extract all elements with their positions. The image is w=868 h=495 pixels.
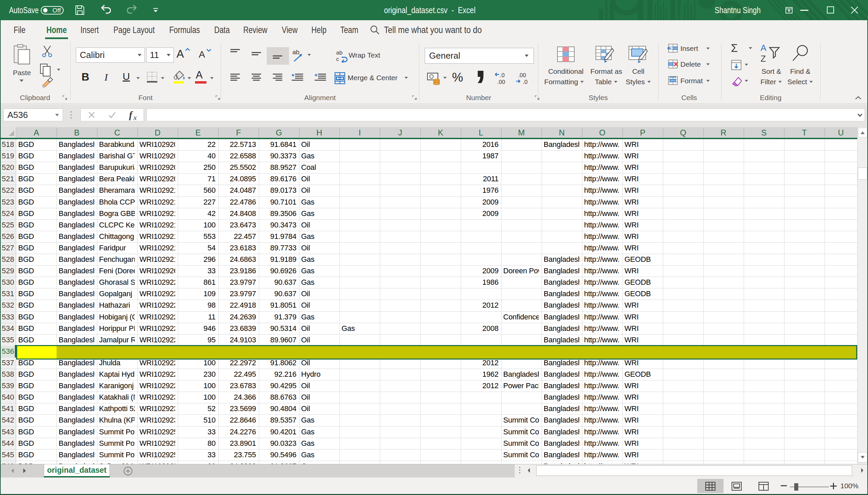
svg-text:Z: Z: [761, 54, 766, 63]
svg-text:c: c: [336, 56, 339, 62]
svg-text:,: ,: [475, 70, 485, 85]
svg-text:.0: .0: [500, 72, 504, 79]
svg-text:A: A: [761, 43, 767, 53]
svg-text:ab: ab: [336, 50, 342, 56]
svg-text:.00: .00: [518, 72, 526, 79]
svg-text:.0: .0: [523, 79, 528, 85]
svg-text:.00: .00: [497, 79, 505, 85]
svg-text:ab: ab: [293, 49, 299, 56]
